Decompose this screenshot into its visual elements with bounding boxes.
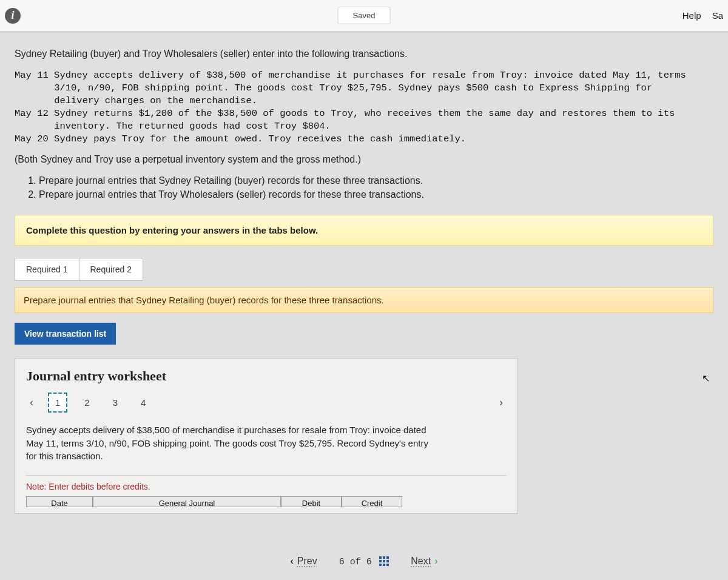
- bottom-nav: ‹ Prev 6 of 6 Next ›: [0, 553, 728, 569]
- requirement-tabs: Required 1 Required 2: [15, 258, 713, 281]
- tab-required-1[interactable]: Required 1: [15, 258, 79, 281]
- th-general-journal: General Journal: [93, 496, 281, 507]
- prev-button[interactable]: ‹ Prev: [287, 553, 321, 569]
- intro-text: Sydney Retailing (buyer) and Troy Wholes…: [15, 49, 713, 59]
- worksheet-table-header: Date General Journal Debit Credit: [26, 496, 507, 507]
- transaction-events: May 11 Sydney accepts delivery of $38,50…: [15, 69, 713, 146]
- th-credit: Credit: [342, 496, 402, 507]
- worksheet-prev-icon[interactable]: ‹: [26, 394, 37, 411]
- task-list: Prepare journal entries that Sydney Reta…: [39, 174, 713, 201]
- worksheet-page-2[interactable]: 2: [78, 394, 95, 411]
- worksheet-title: Journal entry worksheet: [26, 368, 507, 384]
- journal-worksheet: Journal entry worksheet ‹ 1 2 3 4 › Sydn…: [15, 358, 518, 514]
- content-area: Sydney Retailing (buyer) and Troy Wholes…: [0, 32, 728, 514]
- next-label: Next: [411, 556, 431, 567]
- cursor-icon: ↖: [702, 373, 710, 384]
- worksheet-page-1[interactable]: 1: [48, 393, 67, 413]
- prev-label: Prev: [297, 556, 317, 567]
- chevron-right-icon: ›: [434, 556, 437, 567]
- chevron-left-icon: ‹: [291, 556, 294, 567]
- help-link[interactable]: Help: [682, 10, 701, 21]
- worksheet-pager: ‹ 1 2 3 4 ›: [26, 393, 507, 413]
- th-debit: Debit: [281, 496, 342, 507]
- top-right-cut: Sa: [712, 10, 723, 21]
- task-item-2: Prepare journal entries that Troy Wholes…: [39, 187, 713, 201]
- info-icon[interactable]: i: [5, 8, 21, 24]
- instruction-bar: Complete this question by entering your …: [15, 215, 713, 246]
- worksheet-next-icon[interactable]: ›: [496, 394, 507, 411]
- task-item-1: Prepare journal entries that Sydney Reta…: [39, 174, 713, 187]
- page-counter: 6 of 6: [339, 556, 389, 567]
- th-date: Date: [26, 496, 93, 507]
- sub-instruction: Prepare journal entries that Sydney Reta…: [15, 287, 713, 313]
- worksheet-page-3[interactable]: 3: [107, 394, 124, 411]
- next-button[interactable]: Next ›: [407, 553, 441, 569]
- method-note: (Both Sydney and Troy use a perpetual in…: [15, 154, 713, 165]
- tab-required-2[interactable]: Required 2: [79, 258, 144, 281]
- saved-status: Saved: [338, 7, 391, 24]
- grid-icon[interactable]: [379, 556, 389, 566]
- top-bar: i Saved Help Sa: [0, 0, 728, 32]
- page-counter-text: 6 of 6: [339, 557, 372, 567]
- worksheet-note: Note: Enter debits before credits.: [26, 475, 507, 491]
- worksheet-description: Sydney accepts delivery of $38,500 of me…: [26, 423, 433, 463]
- worksheet-page-4[interactable]: 4: [135, 394, 152, 411]
- view-transaction-list-button[interactable]: View transaction list: [15, 323, 116, 345]
